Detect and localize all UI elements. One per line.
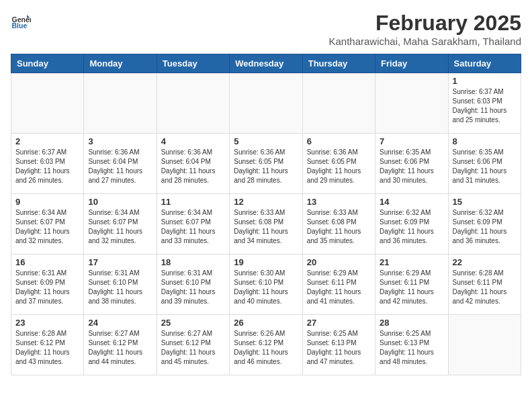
day-number: 14	[380, 197, 443, 207]
day-info: Sunrise: 6:36 AM Sunset: 6:05 PM Dayligh…	[234, 148, 298, 185]
page-header: General Blue February 2025 Kantharawicha…	[11, 11, 521, 47]
calendar-week-1: 2Sunrise: 6:37 AM Sunset: 6:03 PM Daylig…	[11, 134, 521, 194]
day-number: 24	[88, 318, 152, 328]
day-number: 18	[161, 257, 225, 267]
calendar-cell: 6Sunrise: 6:36 AM Sunset: 6:05 PM Daylig…	[302, 134, 375, 194]
calendar-cell: 20Sunrise: 6:29 AM Sunset: 6:11 PM Dayli…	[302, 255, 375, 315]
day-info: Sunrise: 6:29 AM Sunset: 6:11 PM Dayligh…	[307, 269, 371, 306]
calendar-cell: 5Sunrise: 6:36 AM Sunset: 6:05 PM Daylig…	[230, 134, 302, 194]
day-info: Sunrise: 6:37 AM Sunset: 6:03 PM Dayligh…	[15, 148, 79, 185]
svg-text:Blue: Blue	[12, 21, 28, 30]
day-number: 12	[234, 197, 298, 207]
day-info: Sunrise: 6:34 AM Sunset: 6:07 PM Dayligh…	[15, 208, 79, 246]
calendar-cell: 1Sunrise: 6:37 AM Sunset: 6:03 PM Daylig…	[448, 73, 521, 134]
day-number: 7	[380, 136, 443, 146]
calendar-week-0: 1Sunrise: 6:37 AM Sunset: 6:03 PM Daylig…	[11, 73, 521, 134]
calendar-header-row: SundayMondayTuesdayWednesdayThursdayFrid…	[11, 54, 521, 73]
day-info: Sunrise: 6:36 AM Sunset: 6:05 PM Dayligh…	[307, 148, 371, 185]
calendar-cell: 8Sunrise: 6:35 AM Sunset: 6:06 PM Daylig…	[448, 134, 521, 194]
calendar-cell: 16Sunrise: 6:31 AM Sunset: 6:09 PM Dayli…	[11, 255, 84, 315]
day-info: Sunrise: 6:30 AM Sunset: 6:10 PM Dayligh…	[234, 269, 298, 306]
calendar-cell	[11, 73, 84, 134]
title-block: February 2025 Kantharawichai, Maha Sarak…	[328, 11, 521, 47]
calendar-cell: 21Sunrise: 6:29 AM Sunset: 6:11 PM Dayli…	[375, 255, 448, 315]
day-info: Sunrise: 6:26 AM Sunset: 6:12 PM Dayligh…	[234, 329, 298, 367]
day-header-monday: Monday	[84, 54, 157, 73]
calendar-cell: 22Sunrise: 6:28 AM Sunset: 6:11 PM Dayli…	[448, 255, 521, 315]
calendar-cell: 13Sunrise: 6:33 AM Sunset: 6:08 PM Dayli…	[302, 194, 375, 255]
day-info: Sunrise: 6:34 AM Sunset: 6:07 PM Dayligh…	[161, 208, 225, 246]
calendar-cell: 27Sunrise: 6:25 AM Sunset: 6:13 PM Dayli…	[302, 315, 375, 375]
day-number: 17	[88, 257, 152, 267]
calendar-cell: 26Sunrise: 6:26 AM Sunset: 6:12 PM Dayli…	[230, 315, 302, 375]
calendar-cell	[302, 73, 375, 134]
calendar-cell: 10Sunrise: 6:34 AM Sunset: 6:07 PM Dayli…	[84, 194, 157, 255]
day-info: Sunrise: 6:28 AM Sunset: 6:11 PM Dayligh…	[453, 269, 517, 306]
day-header-friday: Friday	[375, 54, 448, 73]
day-info: Sunrise: 6:28 AM Sunset: 6:12 PM Dayligh…	[15, 329, 79, 367]
calendar-cell	[230, 73, 302, 134]
day-info: Sunrise: 6:34 AM Sunset: 6:07 PM Dayligh…	[88, 208, 152, 246]
day-info: Sunrise: 6:31 AM Sunset: 6:10 PM Dayligh…	[88, 269, 152, 306]
calendar-cell: 17Sunrise: 6:31 AM Sunset: 6:10 PM Dayli…	[84, 255, 157, 315]
day-info: Sunrise: 6:27 AM Sunset: 6:12 PM Dayligh…	[161, 329, 225, 367]
day-info: Sunrise: 6:35 AM Sunset: 6:06 PM Dayligh…	[453, 148, 517, 185]
day-number: 16	[15, 257, 79, 267]
calendar-cell: 25Sunrise: 6:27 AM Sunset: 6:12 PM Dayli…	[157, 315, 229, 375]
calendar-week-2: 9Sunrise: 6:34 AM Sunset: 6:07 PM Daylig…	[11, 194, 521, 255]
day-info: Sunrise: 6:36 AM Sunset: 6:04 PM Dayligh…	[161, 148, 225, 185]
calendar-cell: 15Sunrise: 6:32 AM Sunset: 6:09 PM Dayli…	[448, 194, 521, 255]
calendar-cell	[375, 73, 448, 134]
day-number: 4	[161, 136, 225, 146]
calendar-cell: 7Sunrise: 6:35 AM Sunset: 6:06 PM Daylig…	[375, 134, 448, 194]
day-info: Sunrise: 6:33 AM Sunset: 6:08 PM Dayligh…	[234, 208, 298, 246]
calendar-week-4: 23Sunrise: 6:28 AM Sunset: 6:12 PM Dayli…	[11, 315, 521, 375]
calendar-cell	[84, 73, 157, 134]
calendar-cell	[448, 315, 521, 375]
calendar-cell: 4Sunrise: 6:36 AM Sunset: 6:04 PM Daylig…	[157, 134, 229, 194]
day-info: Sunrise: 6:32 AM Sunset: 6:09 PM Dayligh…	[380, 208, 443, 246]
day-number: 15	[453, 197, 517, 207]
day-number: 9	[15, 197, 79, 207]
day-header-wednesday: Wednesday	[230, 54, 302, 73]
day-info: Sunrise: 6:25 AM Sunset: 6:13 PM Dayligh…	[380, 329, 443, 367]
calendar-cell: 11Sunrise: 6:34 AM Sunset: 6:07 PM Dayli…	[157, 194, 229, 255]
day-number: 28	[380, 318, 443, 328]
day-info: Sunrise: 6:33 AM Sunset: 6:08 PM Dayligh…	[307, 208, 371, 246]
day-info: Sunrise: 6:29 AM Sunset: 6:11 PM Dayligh…	[380, 269, 443, 306]
day-header-saturday: Saturday	[448, 54, 521, 73]
day-number: 13	[307, 197, 371, 207]
calendar-table: SundayMondayTuesdayWednesdayThursdayFrid…	[11, 54, 521, 375]
day-number: 19	[234, 257, 298, 267]
calendar-week-3: 16Sunrise: 6:31 AM Sunset: 6:09 PM Dayli…	[11, 255, 521, 315]
calendar-cell: 3Sunrise: 6:36 AM Sunset: 6:04 PM Daylig…	[84, 134, 157, 194]
day-info: Sunrise: 6:35 AM Sunset: 6:06 PM Dayligh…	[380, 148, 443, 185]
day-number: 11	[161, 197, 225, 207]
day-number: 2	[15, 136, 79, 146]
day-info: Sunrise: 6:32 AM Sunset: 6:09 PM Dayligh…	[453, 208, 517, 246]
day-number: 1	[453, 76, 517, 86]
day-number: 23	[15, 318, 79, 328]
day-header-sunday: Sunday	[11, 54, 84, 73]
day-info: Sunrise: 6:37 AM Sunset: 6:03 PM Dayligh…	[453, 87, 517, 125]
day-number: 21	[380, 257, 443, 267]
day-info: Sunrise: 6:31 AM Sunset: 6:09 PM Dayligh…	[15, 269, 79, 306]
day-info: Sunrise: 6:25 AM Sunset: 6:13 PM Dayligh…	[307, 329, 371, 367]
day-number: 27	[307, 318, 371, 328]
logo: General Blue	[11, 11, 31, 31]
day-info: Sunrise: 6:27 AM Sunset: 6:12 PM Dayligh…	[88, 329, 152, 367]
calendar-cell: 24Sunrise: 6:27 AM Sunset: 6:12 PM Dayli…	[84, 315, 157, 375]
day-header-thursday: Thursday	[302, 54, 375, 73]
day-number: 8	[453, 136, 517, 146]
day-number: 6	[307, 136, 371, 146]
calendar-cell: 9Sunrise: 6:34 AM Sunset: 6:07 PM Daylig…	[11, 194, 84, 255]
calendar-cell: 28Sunrise: 6:25 AM Sunset: 6:13 PM Dayli…	[375, 315, 448, 375]
logo-icon: General Blue	[11, 11, 31, 31]
day-number: 25	[161, 318, 225, 328]
day-info: Sunrise: 6:31 AM Sunset: 6:10 PM Dayligh…	[161, 269, 225, 306]
calendar-cell: 2Sunrise: 6:37 AM Sunset: 6:03 PM Daylig…	[11, 134, 84, 194]
day-number: 22	[453, 257, 517, 267]
day-number: 10	[88, 197, 152, 207]
day-info: Sunrise: 6:36 AM Sunset: 6:04 PM Dayligh…	[88, 148, 152, 185]
calendar-cell: 12Sunrise: 6:33 AM Sunset: 6:08 PM Dayli…	[230, 194, 302, 255]
